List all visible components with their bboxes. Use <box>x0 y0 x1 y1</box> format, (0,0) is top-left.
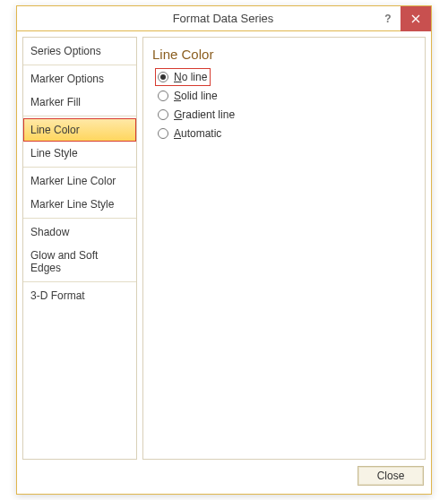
sidebar-separator <box>23 167 136 168</box>
titlebar: Format Data Series ? <box>17 6 431 31</box>
close-button-label: Close <box>377 470 405 482</box>
close-window-button[interactable] <box>401 6 431 31</box>
radio-label: Solid line <box>174 90 218 102</box>
sidebar-separator <box>23 281 136 282</box>
close-icon <box>411 14 420 23</box>
format-data-series-dialog: Format Data Series ? Series OptionsMarke… <box>16 5 432 495</box>
sidebar-separator <box>23 65 136 65</box>
sidebar-separator <box>23 218 136 219</box>
sidebar-item-3-d-format[interactable]: 3-D Format <box>23 284 136 307</box>
radio-no-line[interactable]: No line <box>156 69 210 85</box>
radio-solid-line[interactable]: Solid line <box>158 88 416 104</box>
sidebar-item-marker-fill[interactable]: Marker Fill <box>23 91 136 114</box>
radio-indicator-icon <box>158 109 168 120</box>
radio-indicator-icon <box>158 91 168 101</box>
category-sidebar: Series OptionsMarker OptionsMarker FillL… <box>22 37 137 460</box>
radio-automatic[interactable]: Automatic <box>158 125 416 142</box>
sidebar-item-glow-and-soft-edges[interactable]: Glow and Soft Edges <box>23 244 136 280</box>
sidebar-item-series-options[interactable]: Series Options <box>23 39 136 63</box>
radio-label: Automatic <box>174 127 221 140</box>
panel-heading: Line Color <box>152 47 416 62</box>
window-title: Format Data Series <box>17 12 375 25</box>
line-color-options: No lineSolid lineGradient lineAutomatic <box>152 69 416 142</box>
sidebar-item-marker-line-color[interactable]: Marker Line Color <box>23 169 136 193</box>
sidebar-item-marker-line-style[interactable]: Marker Line Style <box>23 193 136 216</box>
sidebar-item-shadow[interactable]: Shadow <box>23 220 136 244</box>
radio-gradient-line[interactable]: Gradient line <box>158 107 416 123</box>
help-icon: ? <box>384 13 391 25</box>
help-button[interactable]: ? <box>375 6 401 31</box>
sidebar-separator <box>23 116 136 116</box>
radio-indicator-icon <box>158 72 168 82</box>
radio-indicator-icon <box>158 128 168 139</box>
content-panel: Line Color No lineSolid lineGradient lin… <box>142 37 426 460</box>
sidebar-item-line-color[interactable]: Line Color <box>23 118 136 142</box>
sidebar-item-marker-options[interactable]: Marker Options <box>23 67 136 91</box>
radio-label: No line <box>174 71 207 83</box>
dialog-footer: Close <box>17 463 431 494</box>
close-button[interactable]: Close <box>358 466 424 486</box>
radio-label: Gradient line <box>174 108 235 121</box>
dialog-body: Series OptionsMarker OptionsMarker FillL… <box>17 31 431 463</box>
sidebar-item-line-style[interactable]: Line Style <box>23 142 136 165</box>
